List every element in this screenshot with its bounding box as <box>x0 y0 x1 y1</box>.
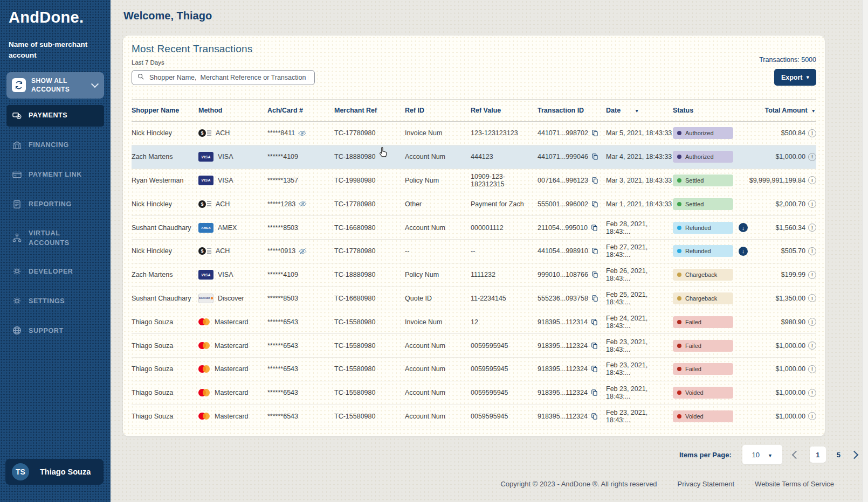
page-number-last[interactable]: 5 <box>837 451 841 459</box>
copy-icon[interactable] <box>591 365 598 373</box>
prev-page-button[interactable] <box>791 450 800 459</box>
table-row[interactable]: Nick Hinckley $ ACH *****0913 TC-1778098… <box>132 240 816 263</box>
table-row[interactable]: Thiago Souza Mastercard ******6543 TC-15… <box>132 334 816 358</box>
info-icon[interactable] <box>808 247 816 255</box>
table-row[interactable]: Zach Martens VISA VISA ******4109 TC-188… <box>132 263 816 287</box>
status-badge: Voided <box>673 387 733 399</box>
privacy-statement-link[interactable]: Privacy Statement <box>678 480 735 488</box>
accounts-switch-icon <box>12 78 26 92</box>
cell-ref-id: Invoice Num <box>405 129 471 137</box>
page-number-current[interactable]: 1 <box>810 447 826 463</box>
eye-off-icon[interactable] <box>298 129 306 137</box>
copy-icon[interactable] <box>591 389 598 396</box>
copy-icon[interactable] <box>591 224 598 232</box>
card-brand-icon: VISA <box>198 152 213 162</box>
copy-icon[interactable] <box>591 271 599 278</box>
info-icon[interactable] <box>808 200 816 208</box>
copy-icon[interactable] <box>591 129 599 137</box>
copy-icon[interactable] <box>591 318 598 326</box>
copy-icon[interactable] <box>591 200 599 208</box>
copy-icon[interactable] <box>591 177 599 184</box>
cell-transaction-id: 211054...995010 <box>538 224 606 232</box>
cell-ach-card: *****1283 <box>267 200 334 208</box>
cell-total-amount: $1,000.00 <box>745 153 816 161</box>
status-badge: Failed <box>673 340 733 352</box>
table-row[interactable]: Nick Hinckley $ ACH *****8411 TC-1778098… <box>132 122 816 145</box>
info-icon[interactable] <box>808 365 816 373</box>
cell-total-amount: $199.99 <box>745 271 816 279</box>
column-header-shopper-name: Shopper Name <box>132 107 198 114</box>
eye-off-icon[interactable] <box>299 247 307 255</box>
info-icon[interactable] <box>808 271 816 279</box>
table-row[interactable]: Zach Martens VISA VISA ******4109 TC-188… <box>132 145 816 169</box>
next-page-button[interactable] <box>850 450 859 459</box>
info-icon[interactable] <box>808 412 816 420</box>
info-icon[interactable] <box>808 224 816 232</box>
table-row[interactable]: Thiago Souza Mastercard ******6543 TC-15… <box>132 381 816 405</box>
cell-merchant-ref: TC-17780980 <box>334 247 405 255</box>
transactions-count: Transactions: 5000 <box>759 56 816 64</box>
cell-ach-card: ******6543 <box>267 342 334 350</box>
panel-subtitle: Last 7 Days <box>132 59 164 66</box>
sidebar-item-payment-link[interactable]: PAYMENT LINK <box>6 164 104 186</box>
search-input[interactable] <box>148 73 309 82</box>
cell-ref-value: 123-123123123 <box>471 129 538 137</box>
table-row[interactable]: Sushant Chaudhary AMEX AMEX ******8503 T… <box>132 216 816 240</box>
copy-icon[interactable] <box>591 153 599 161</box>
status-badge: Settled <box>673 175 733 186</box>
copy-icon[interactable] <box>591 342 598 350</box>
info-icon[interactable] <box>808 153 816 161</box>
sidebar-item-support[interactable]: SUPPORT <box>6 320 104 341</box>
eye-off-icon[interactable] <box>299 200 307 208</box>
cell-method: DISCOVER Discover <box>198 294 267 303</box>
sidebar-item-financing[interactable]: FINANCING <box>6 135 104 156</box>
info-icon[interactable] <box>808 318 816 326</box>
user-chip[interactable]: TS Thiago Souza <box>5 459 104 485</box>
scrollbar[interactable] <box>862 0 868 502</box>
cell-ref-id: Account Num <box>405 153 471 161</box>
cell-merchant-ref: TC-15580980 <box>334 318 405 326</box>
items-per-page-select[interactable]: 10 <box>742 445 782 464</box>
cell-shopper-name: Nick Hinckley <box>132 200 198 208</box>
sidebar-item-settings[interactable]: SETTINGS <box>6 290 104 312</box>
sidebar-item-reporting[interactable]: REPORTING <box>6 194 104 215</box>
show-all-accounts-button[interactable]: SHOW ALL ACCOUNTS <box>6 72 104 98</box>
copy-icon[interactable] <box>591 295 599 302</box>
card-brand-icon: VISA <box>198 176 213 185</box>
info-icon[interactable] <box>808 294 816 302</box>
table-row[interactable]: Sushant Chaudhary DISCOVER Discover ****… <box>132 287 816 311</box>
status-dot-icon <box>677 296 681 301</box>
info-icon[interactable] <box>808 389 816 397</box>
cell-ref-value: 0059595945 <box>471 365 538 373</box>
info-icon[interactable] <box>808 341 816 350</box>
cell-ref-value: 0059595945 <box>471 413 538 420</box>
info-icon[interactable] <box>808 176 816 184</box>
items-per-page-label: Items per Page: <box>679 451 732 459</box>
cell-transaction-id: 441054...998910 <box>538 247 606 255</box>
sidebar-item-virtual-accounts[interactable]: VIRTUAL ACCOUNTS <box>6 224 104 253</box>
cell-method: $ ACH <box>198 247 267 255</box>
copy-icon[interactable] <box>591 247 599 255</box>
table-row[interactable]: Nick Hinckley $ ACH *****1283 TC-1778098… <box>132 192 816 216</box>
cell-ref-id: Other <box>405 200 471 208</box>
status-dot-icon <box>677 414 681 419</box>
status-badge: Authorized <box>673 127 733 139</box>
status-badge: Settled <box>673 198 733 210</box>
column-header-date[interactable]: Date <box>606 107 673 114</box>
cell-ref-value: 10909-123-182312315 <box>471 173 538 188</box>
terms-of-service-link[interactable]: Website Terms of Service <box>755 480 834 488</box>
search-input-wrapper[interactable] <box>132 70 315 85</box>
cell-total-amount: $1,000.00 <box>745 365 816 373</box>
cell-ref-value: 11-2234145 <box>471 295 538 302</box>
table-row[interactable]: Ryan Westerman VISA VISA ******1357 TC-1… <box>132 169 816 193</box>
table-row[interactable]: Thiago Souza Mastercard ******6543 TC-15… <box>132 405 816 429</box>
copy-icon[interactable] <box>591 413 598 420</box>
table-row[interactable]: Thiago Souza Mastercard ******6543 TC-15… <box>132 310 816 334</box>
cell-total-amount: $980.90 <box>745 318 816 326</box>
sidebar-item-payments[interactable]: PAYMENTS <box>6 105 104 127</box>
info-icon[interactable] <box>808 129 816 137</box>
export-button[interactable]: Export <box>774 69 816 86</box>
sidebar-item-developer[interactable]: DEVELOPER <box>6 261 104 282</box>
column-header-total-amount[interactable]: Total Amount <box>745 107 816 114</box>
table-row[interactable]: Thiago Souza Mastercard ******6543 TC-15… <box>132 358 816 381</box>
